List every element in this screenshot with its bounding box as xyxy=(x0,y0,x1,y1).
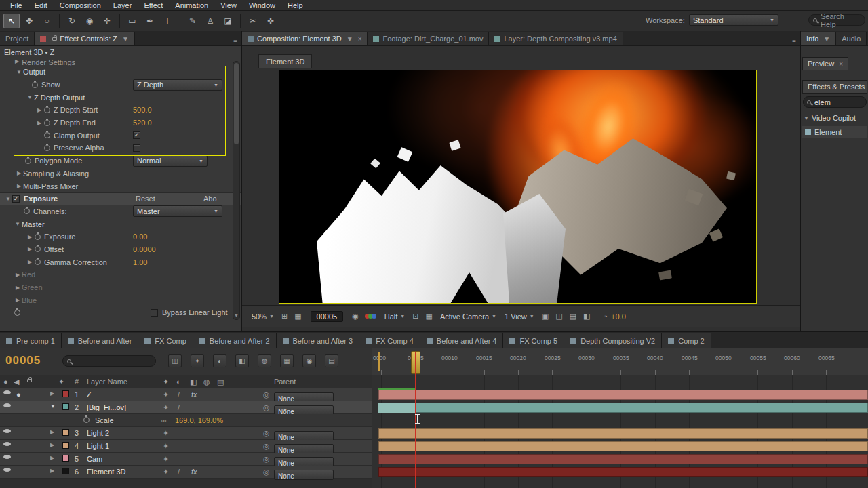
timeline-tracks[interactable] xyxy=(372,375,868,488)
twirl-icon[interactable]: ▶ xyxy=(15,183,23,189)
stopwatch-icon[interactable] xyxy=(35,259,41,265)
quality-slash-icon[interactable]: / xyxy=(178,390,180,399)
hand-tool-icon[interactable]: ✥ xyxy=(21,14,37,28)
rotate-tool-icon[interactable]: ↻ xyxy=(64,14,80,28)
layer-name[interactable]: Element 3D xyxy=(87,468,125,476)
quality-icon[interactable]: ✦ xyxy=(163,442,169,451)
scrollbar-thumb[interactable] xyxy=(234,63,239,144)
twirl-icon[interactable]: ▶ xyxy=(35,120,43,126)
twirl-icon[interactable]: ▶ xyxy=(26,259,34,265)
reset-button[interactable]: Reset xyxy=(136,195,155,203)
resolution-dropdown[interactable]: Half ▼ xyxy=(384,312,406,321)
render-settings-row-clipped[interactable]: ▶ Render Settings xyxy=(0,58,241,66)
tab-composition[interactable]: Composition: Element 3D ▼ × xyxy=(242,32,368,45)
gamma-correction-value[interactable]: 1.00 xyxy=(133,258,147,266)
chevron-down-icon[interactable]: ▼ xyxy=(122,35,129,43)
layer-bar-cam[interactable] xyxy=(378,454,868,464)
layer-name[interactable]: Z xyxy=(87,390,92,399)
stopwatch-icon[interactable] xyxy=(14,310,20,316)
pan-behind-tool-icon[interactable]: ✛ xyxy=(99,14,115,28)
layer-bar-light1[interactable] xyxy=(378,441,868,451)
zoom-tool-icon[interactable]: ○ xyxy=(39,14,55,28)
menu-item-help[interactable]: Help xyxy=(281,1,309,9)
brush-tool-icon[interactable]: ✎ xyxy=(184,14,201,28)
layer-bar-element3d[interactable] xyxy=(378,467,868,477)
preserve-alpha-checkbox[interactable] xyxy=(133,144,140,152)
master-exposure-value[interactable]: 0.00 xyxy=(133,232,147,241)
parent-dropdown[interactable]: None▼ xyxy=(274,470,334,480)
timeline-search-input[interactable] xyxy=(62,355,156,367)
type-tool-icon[interactable]: T xyxy=(159,14,176,28)
layer-bar-z[interactable] xyxy=(378,390,868,400)
layer-color-swatch[interactable] xyxy=(62,403,69,410)
twirl-icon[interactable]: ▶ xyxy=(35,107,43,113)
scale-property-row[interactable]: Scale ∞ 169.0, 169.0% xyxy=(0,414,372,427)
panel-menu-icon[interactable]: ≡ xyxy=(788,38,800,45)
twirl-icon[interactable]: ▼ xyxy=(15,69,23,75)
snapshot-icon[interactable]: ◉ xyxy=(352,312,359,321)
layer-color-swatch[interactable] xyxy=(62,455,69,462)
twirl-icon[interactable]: ▼ xyxy=(50,403,56,409)
quality-icon[interactable]: ✦ xyxy=(163,429,169,438)
twirl-icon[interactable]: ▶ xyxy=(26,246,34,252)
pickwhip-icon[interactable]: ◎ xyxy=(263,455,270,464)
scrollbar[interactable]: ▼ xyxy=(233,61,240,320)
transparency-grid-icon[interactable]: ▦ xyxy=(426,312,433,321)
pickwhip-icon[interactable]: ◎ xyxy=(263,390,270,399)
current-time-indicator[interactable] xyxy=(411,351,420,374)
stopwatch-icon[interactable] xyxy=(32,82,38,88)
safe-areas-icon[interactable]: ⊞ xyxy=(281,312,288,321)
auto-keyframe-icon[interactable]: ◉ xyxy=(302,354,316,367)
layer-row-z[interactable]: ● ▶ 1 Z ✦ / fx ◎ None▼ xyxy=(0,388,372,401)
menu-item-view[interactable]: View xyxy=(214,1,243,9)
workspace-dropdown[interactable]: Standard ▼ xyxy=(689,14,778,26)
scale-value[interactable]: 169.0, 169.0% xyxy=(175,416,223,424)
comp-tab[interactable]: Depth Compositing V2 xyxy=(564,333,662,348)
comp-tab[interactable]: FX Comp 5 xyxy=(503,333,564,348)
grid-guides-icon[interactable]: ▦ xyxy=(294,312,301,321)
viewport-exposure-value[interactable]: +0.0 xyxy=(611,312,626,321)
show-channel-icon[interactable] xyxy=(366,314,376,319)
hide-shy-layers-icon[interactable]: ◐ xyxy=(213,354,226,367)
current-time-display[interactable]: 00005 xyxy=(5,354,41,367)
clone-stamp-tool-icon[interactable]: ♙ xyxy=(202,14,218,28)
parent-column-header[interactable]: Parent xyxy=(274,378,296,386)
brainstorm-icon[interactable]: ▦ xyxy=(280,354,294,367)
layer-color-swatch[interactable] xyxy=(62,429,69,436)
layer-row-element3d[interactable]: ▶ 6 Element 3D ✦ / fx ◎ None▼ xyxy=(0,466,372,479)
eye-icon[interactable] xyxy=(3,403,11,407)
layer-color-swatch[interactable] xyxy=(62,468,69,474)
chevron-down-icon[interactable]: ▼ xyxy=(347,35,353,43)
pickwhip-icon[interactable]: ◎ xyxy=(263,429,270,438)
tab-project[interactable]: Project xyxy=(0,32,35,45)
layer-bar-light2[interactable] xyxy=(378,428,868,439)
link-icon[interactable]: ∞ xyxy=(161,416,167,424)
comp-tab[interactable]: FX Comp 4 xyxy=(359,333,420,348)
camera-tool-icon[interactable]: ◉ xyxy=(81,14,98,28)
twirl-icon[interactable]: ▶ xyxy=(14,272,22,278)
layer-color-swatch[interactable] xyxy=(62,390,69,397)
motion-blur-icon[interactable]: ◍ xyxy=(258,354,271,367)
eye-icon[interactable] xyxy=(3,442,11,446)
draft-3d-icon[interactable]: ✦ xyxy=(191,354,204,367)
timeline-ruler[interactable]: 0000 00005 00010 00015 00020 00025 00030… xyxy=(372,348,868,375)
twirl-icon[interactable]: ▶ xyxy=(14,297,22,303)
eraser-tool-icon[interactable]: ◪ xyxy=(220,14,236,28)
camera-view-dropdown[interactable]: Active Camera ▼ xyxy=(440,312,496,321)
twirl-icon[interactable]: ▶ xyxy=(50,468,54,474)
twirl-icon[interactable]: ▶ xyxy=(15,170,23,176)
pen-tool-icon[interactable]: ✒ xyxy=(142,14,158,28)
timeline-button-icon[interactable]: ▤ xyxy=(570,312,576,321)
close-icon[interactable]: × xyxy=(839,60,843,68)
viewer-tab-element3d[interactable]: Element 3D xyxy=(258,54,312,68)
eye-icon[interactable] xyxy=(3,390,11,394)
puppet-pin-tool-icon[interactable]: ✜ xyxy=(262,14,279,28)
layer-row-cam[interactable]: ▶ 5 Cam ✦ ◎ None▼ xyxy=(0,453,372,466)
scale-label[interactable]: Scale xyxy=(95,416,114,424)
twirl-icon[interactable]: ▶ xyxy=(50,442,54,448)
exposure-adjust-icon[interactable]: ◔ xyxy=(603,312,608,321)
layer-row-bigfile[interactable]: ▼ 2 [Big_Fi...ov] ✦ / ◎ None▼ xyxy=(0,401,372,414)
stopwatch-icon[interactable] xyxy=(83,417,90,423)
tab-effect-controls[interactable]: Effect Controls: Z ▼ xyxy=(35,32,135,45)
chevron-down-icon[interactable]: ▼ xyxy=(823,35,830,43)
